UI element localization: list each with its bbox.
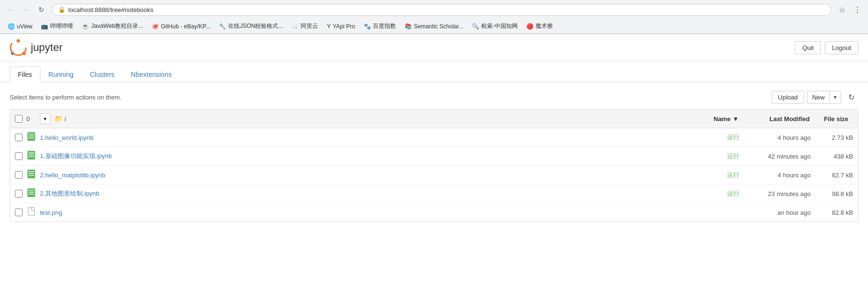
file-size: 2.73 kB xyxy=(815,134,853,141)
file-size: 438 kB xyxy=(815,153,853,160)
column-headers: Name ▼ Last Modified File size xyxy=(709,115,853,123)
browser-toolbar: ← → ↻ 🔒 localhost:8888/tree#notebooks ☆ … xyxy=(0,0,868,19)
col-modified-header[interactable]: Last Modified xyxy=(747,115,815,123)
tab-nbextensions[interactable]: Nbextensions xyxy=(123,66,180,82)
bookmark-alibaba-label: 阿里云 xyxy=(301,22,318,30)
logout-button[interactable]: Logout xyxy=(825,41,858,54)
refresh-nav-button[interactable]: ↻ xyxy=(35,3,48,16)
magic-icon: 🔴 xyxy=(526,23,534,30)
semantic-icon: 📚 xyxy=(405,23,412,30)
row-checkbox[interactable] xyxy=(15,134,23,141)
current-path: 📁 / xyxy=(54,115,705,123)
new-dropdown-button[interactable]: ▾ xyxy=(830,91,841,104)
address-bar[interactable]: 🔒 localhost:8888/tree#notebooks xyxy=(52,4,831,16)
bookmark-json[interactable]: 🔧 在线JSON校验格式... xyxy=(215,21,287,32)
bookmark-json-label: 在线JSON校验格式... xyxy=(228,22,283,30)
file-modified: 42 minutes ago xyxy=(743,153,811,160)
select-all-checkbox[interactable] xyxy=(15,115,23,123)
browser-actions: ☆ ⋮ xyxy=(835,3,864,16)
upload-button[interactable]: Upload xyxy=(772,91,804,104)
new-button[interactable]: New xyxy=(807,91,830,104)
file-name[interactable]: test.png xyxy=(40,209,716,216)
bookmark-alibaba[interactable]: ☁️ 阿里云 xyxy=(288,21,322,32)
back-button[interactable]: ← xyxy=(4,3,17,16)
bookmark-magic[interactable]: 🔴 魔术擦 xyxy=(523,21,557,32)
lock-icon: 🔒 xyxy=(58,6,65,13)
bookmark-semantic[interactable]: 📚 Semantic Scholar... xyxy=(401,22,467,31)
jupyter-header: jupyter Quit Logout xyxy=(0,34,868,62)
bili-icon: 📺 xyxy=(41,23,48,30)
file-running-status: 运行 xyxy=(720,189,740,198)
toolbar-instruction: Select items to perform actions on them. xyxy=(10,94,122,101)
more-button[interactable]: ⋮ xyxy=(851,3,864,16)
forward-button[interactable]: → xyxy=(19,3,33,16)
alibaba-icon: ☁️ xyxy=(292,23,299,30)
selected-count: 0 xyxy=(26,115,36,123)
bookmark-zhihu[interactable]: 🔍 检索-中国知网 xyxy=(468,21,522,32)
file-name[interactable]: 2.其他图形绘制.ipynb xyxy=(40,189,716,198)
file-table: 0 ▾ 📁 / Name ▼ Last Modified File size xyxy=(10,109,858,222)
notebook-icon xyxy=(26,188,36,199)
tab-files[interactable]: Files xyxy=(10,66,40,82)
bookmark-github-label: GitHub - eBay/KP... xyxy=(161,23,210,30)
quit-button[interactable]: Quit xyxy=(795,41,821,54)
notebook-icon xyxy=(26,132,36,143)
file-modified: 4 hours ago xyxy=(743,134,811,141)
tab-running[interactable]: Running xyxy=(40,66,82,82)
bookmark-uview[interactable]: 🌐 uView xyxy=(4,22,36,31)
bookmark-magic-label: 魔术擦 xyxy=(536,22,553,30)
table-row: 2.其他图形绘制.ipynb 运行 23 minutes ago 98.8 kB xyxy=(10,185,858,203)
file-browser-toolbar: Select items to perform actions on them.… xyxy=(10,90,858,104)
javaweb-icon: ☕ xyxy=(82,23,89,30)
toolbar-right: Upload New ▾ ↻ xyxy=(772,90,858,104)
jupyter-header-buttons: Quit Logout xyxy=(795,41,858,54)
browser-chrome: ← → ↻ 🔒 localhost:8888/tree#notebooks ☆ … xyxy=(0,0,868,34)
table-row: 1.hello_world.ipynb 运行 4 hours ago 2.73 … xyxy=(10,128,858,147)
github-icon: 🐙 xyxy=(152,23,159,30)
refresh-files-button[interactable]: ↻ xyxy=(844,90,858,104)
bookmark-star-button[interactable]: ☆ xyxy=(835,3,849,16)
nav-buttons: ← → ↻ xyxy=(4,3,48,16)
path-text: / xyxy=(64,115,66,123)
col-name-header[interactable]: Name ▼ xyxy=(709,115,747,123)
table-row: 1.基础图像功能实现.ipynb 运行 42 minutes ago 438 k… xyxy=(10,147,858,166)
yapi-icon: Y xyxy=(327,23,331,30)
file-modified: 23 minutes ago xyxy=(743,190,811,198)
bookmark-javaweb-label: JavaWeb教程目录... xyxy=(91,22,143,30)
sort-dropdown-button[interactable]: ▾ xyxy=(40,113,51,124)
file-size: 82.8 kB xyxy=(815,209,853,216)
row-checkbox[interactable] xyxy=(15,152,23,160)
file-table-header: 0 ▾ 📁 / Name ▼ Last Modified File size xyxy=(10,110,858,128)
svg-point-3 xyxy=(11,52,14,55)
bookmark-javaweb[interactable]: ☕ JavaWeb教程目录... xyxy=(78,21,147,32)
file-running-status: 运行 xyxy=(720,152,740,161)
file-running-status: 运行 xyxy=(720,171,740,179)
bookmark-bili[interactable]: 📺 哔哩哔哩 xyxy=(37,21,77,32)
bookmark-github[interactable]: 🐙 GitHub - eBay/KP... xyxy=(148,22,214,31)
zhihu-icon: 🔍 xyxy=(472,23,479,30)
row-checkbox[interactable] xyxy=(15,171,23,179)
bookmark-baidu[interactable]: 🐾 百度指数 xyxy=(360,21,400,32)
col-size-header[interactable]: File size xyxy=(815,115,853,123)
url-text: localhost:8888/tree#notebooks xyxy=(68,6,153,13)
file-running-status: 运行 xyxy=(720,133,740,142)
bookmark-semantic-label: Semantic Scholar... xyxy=(414,23,463,30)
folder-icon: 📁 xyxy=(54,115,63,123)
bookmark-uview-label: uView xyxy=(17,23,32,30)
file-name[interactable]: 2.hello_matplotlib.ipynb xyxy=(40,172,716,179)
jupyter-tabs: Files Running Clusters Nbextensions xyxy=(0,62,868,82)
json-icon: 🔧 xyxy=(219,23,226,30)
row-checkbox[interactable] xyxy=(15,190,23,198)
file-modified: 4 hours ago xyxy=(743,172,811,179)
notebook-icon xyxy=(26,151,36,161)
uview-icon: 🌐 xyxy=(8,23,15,30)
bookmark-yapi[interactable]: Y YApi Pro xyxy=(323,22,358,31)
file-name[interactable]: 1.hello_world.ipynb xyxy=(40,134,716,141)
file-name[interactable]: 1.基础图像功能实现.ipynb xyxy=(40,152,716,161)
bookmark-bili-label: 哔哩哔哩 xyxy=(50,22,73,30)
row-checkbox[interactable] xyxy=(15,209,23,216)
tab-clusters[interactable]: Clusters xyxy=(82,66,123,82)
notebook-icon xyxy=(26,170,36,180)
file-size: 62.7 kB xyxy=(815,172,853,179)
table-row: 2.hello_matplotlib.ipynb 运行 4 hours ago … xyxy=(10,166,858,185)
